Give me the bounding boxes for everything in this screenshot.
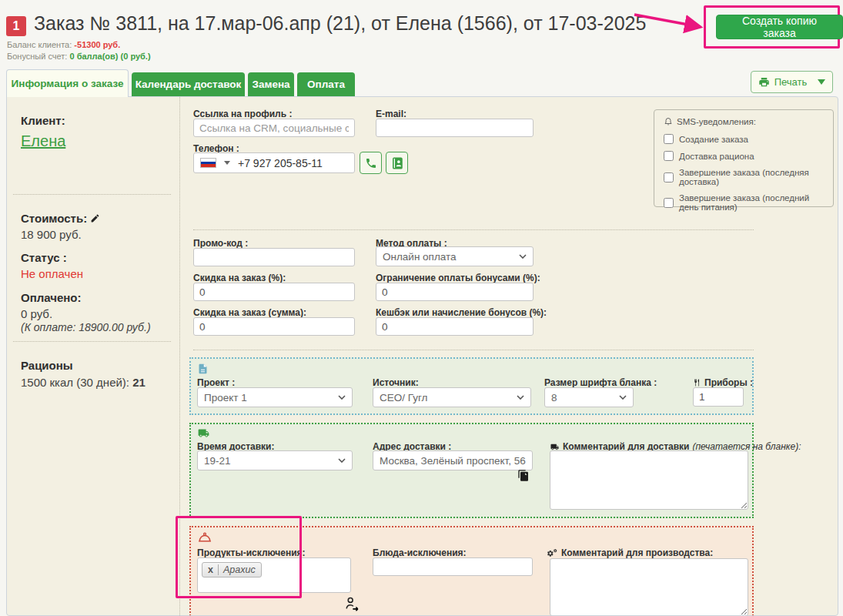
sms-option-label: Создание заказа: [679, 135, 748, 144]
sms-option-order-created[interactable]: Создание заказа: [664, 134, 824, 144]
checkbox[interactable]: [664, 134, 674, 144]
sms-option-label: Завершение заказа (последний день питани…: [679, 193, 824, 212]
bonus-limit-input[interactable]: [376, 283, 534, 301]
bonus-label: Бонусный счет:: [7, 52, 67, 61]
sidebar: Клиент: Елена Стоимость: 18 900 руб. Ста…: [7, 97, 180, 616]
status-label: Статус :: [21, 251, 67, 264]
call-button[interactable]: [360, 152, 382, 174]
paid-value: 0 руб.: [21, 307, 52, 320]
discount-sum-input[interactable]: [193, 317, 355, 336]
delivery-comment-textarea[interactable]: [550, 450, 748, 510]
print-label: Печать: [774, 76, 808, 88]
printer-icon: [758, 76, 770, 88]
chevron-down-icon: [619, 395, 627, 400]
gears-icon: [547, 548, 558, 558]
dishes-exclusions-input[interactable]: [373, 557, 533, 576]
chevron-down-icon: [517, 395, 524, 400]
tab-replacement[interactable]: Замена: [248, 72, 294, 96]
contact-book-button[interactable]: [386, 152, 408, 174]
sms-notifications-box: SMS-уведомления: Создание заказа Доставк…: [654, 109, 834, 207]
sms-title: SMS-уведомления:: [677, 117, 756, 126]
phone-icon: [365, 157, 377, 169]
order-info-panel: Клиент: Елена Стоимость: 18 900 руб. Ста…: [6, 96, 838, 616]
checkbox[interactable]: [664, 151, 674, 161]
flag-caret-icon[interactable]: [224, 161, 230, 165]
tag-label: Арахис: [218, 564, 256, 575]
email-field[interactable]: [376, 119, 534, 137]
edit-pencil-icon[interactable]: [90, 213, 100, 223]
chevron-down-icon: [818, 79, 825, 85]
cost-value: 18 900 руб.: [21, 228, 82, 241]
balance-label: Баланс клиента:: [7, 40, 72, 49]
delivery-box: Время доставки: 19-21 Адрес доставки : М…: [189, 423, 754, 518]
checkbox[interactable]: [664, 198, 674, 208]
project-value: Проект 1: [204, 392, 247, 403]
cloche-icon: [197, 531, 212, 544]
russia-flag-icon[interactable]: [200, 158, 216, 168]
divider: [193, 229, 754, 230]
client-label: Клиент:: [21, 114, 65, 127]
products-exclusions-input[interactable]: x Арахис: [197, 557, 351, 593]
utensils-input[interactable]: [693, 387, 744, 407]
exclusion-tag: x Арахис: [202, 562, 262, 578]
document-icon: [197, 363, 209, 375]
chevron-down-icon: [338, 395, 346, 400]
client-balance: Баланс клиента: -51300 руб.: [7, 40, 120, 49]
divider: [13, 194, 171, 195]
promo-input[interactable]: [193, 248, 355, 266]
paid-label: Оплачено:: [21, 291, 82, 304]
status-badge: 1: [6, 16, 26, 36]
client-name-link[interactable]: Елена: [21, 132, 65, 150]
divider: [13, 341, 171, 342]
discount-pct-input[interactable]: [193, 283, 355, 301]
font-size-select[interactable]: 8: [544, 387, 634, 407]
chevron-down-icon: [338, 458, 346, 463]
tab-order-info[interactable]: Информация о заказе: [6, 69, 129, 97]
email-label: E-mail:: [376, 109, 406, 119]
project-label: Проект :: [197, 377, 235, 388]
profile-link-input[interactable]: [193, 119, 355, 137]
delivery-time-select[interactable]: 19-21: [197, 450, 353, 470]
production-box: Продукты-исключения: x Арахис Блюда-искл…: [189, 526, 754, 616]
checkbox[interactable]: [664, 172, 674, 182]
person-arrow-icon[interactable]: [343, 595, 360, 612]
source-select[interactable]: СЕО/ Гугл: [373, 387, 531, 407]
balance-value: -51300 руб.: [74, 40, 120, 49]
order-page: 1 Заказ № 3811, на 17.мар-06.апр (21), о…: [0, 0, 843, 616]
discount-pct-label: Скидка на заказ (%):: [193, 273, 286, 283]
profile-link-label: Ссылка на профиль :: [193, 109, 292, 119]
phone-input[interactable]: +7 927 205-85-11: [193, 152, 355, 173]
cashback-input[interactable]: [376, 317, 534, 336]
create-order-copy-button[interactable]: Создать копию заказа: [716, 15, 843, 39]
print-button[interactable]: Печать: [751, 71, 833, 93]
rations-count: 21: [132, 376, 146, 389]
payment-method-select[interactable]: Онлайн оплата: [376, 246, 534, 266]
utensils-label-text: Приборы :: [704, 377, 753, 388]
source-value: СЕО/ Гугл: [380, 392, 427, 403]
bonus-account: Бонусный счет: 0 балла(ов) (0 руб.): [7, 52, 151, 61]
cost-label: Стоимость:: [21, 212, 100, 225]
tab-payment[interactable]: Оплата: [297, 72, 355, 96]
cashback-label: Кешбэк или начисление бонусов (%):: [376, 307, 547, 318]
utensils-label: Приборы :: [693, 377, 753, 388]
project-box: Проект : Проект 1 Источник: СЕО/ Гугл Ра…: [189, 357, 754, 415]
copy-address-icon[interactable]: [517, 469, 530, 482]
truck-icon: [550, 443, 560, 451]
sms-option-label: Завершение заказа (последняя доставка): [679, 168, 824, 186]
sms-option-last-day[interactable]: Завершение заказа (последний день питани…: [664, 193, 824, 212]
delivery-address-select[interactable]: Москва, Зелёный проспект, 56: [373, 450, 533, 470]
remove-tag-icon[interactable]: x: [208, 564, 213, 575]
dishes-exclusions-label: Блюда-исключения:: [373, 547, 467, 558]
phone-number[interactable]: +7 927 205-85-11: [238, 157, 323, 169]
rations-value: 1500 ккал (30 дней): 21: [21, 376, 146, 389]
to-pay-note: (К оплате: 18900.00 руб.): [21, 321, 151, 333]
project-select[interactable]: Проект 1: [197, 387, 353, 407]
address-book-icon: [390, 156, 404, 170]
sms-option-ration-delivery[interactable]: Доставка рациона: [664, 151, 824, 161]
tab-delivery-calendar[interactable]: Календарь доставок: [132, 72, 245, 96]
production-comment-label: Комментарий для производства:: [547, 547, 713, 558]
status-value: Не оплачен: [21, 267, 83, 280]
sms-option-last-delivery[interactable]: Завершение заказа (последняя доставка): [664, 168, 824, 186]
products-exclusions-label: Продукты-исключения:: [197, 547, 306, 558]
production-comment-textarea[interactable]: [550, 558, 748, 616]
